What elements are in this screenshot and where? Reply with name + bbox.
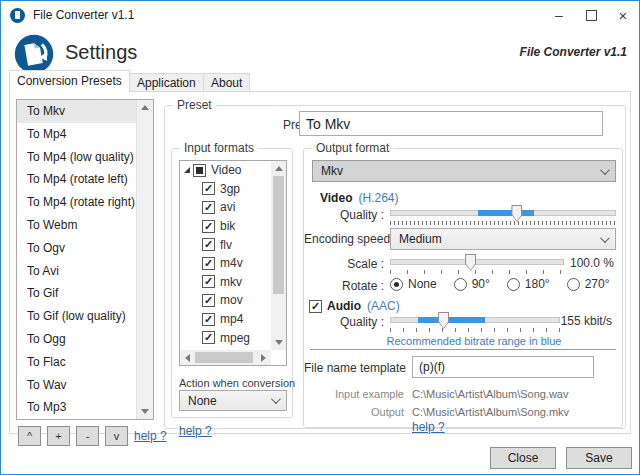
preset-list-item[interactable]: To Ogg [17,328,137,351]
tree-root-video[interactable]: Video [180,161,271,180]
preset-list-item[interactable]: To Mkv [17,100,137,123]
encoding-speed-label: Encoding speed : [304,232,384,246]
close-window-button[interactable]: × [607,1,639,29]
radio-icon [567,278,580,291]
preset-list-item[interactable]: To Mp4 (low quality) [17,146,137,169]
format-checkbox[interactable]: ✓ [202,220,215,233]
preset-list-item[interactable]: To Mp4 [17,123,137,146]
remove-preset-button[interactable]: - [76,426,99,446]
format-item-avi[interactable]: ✓avi [180,198,271,217]
format-checkbox[interactable]: ✓ [202,201,215,214]
audio-quality-slider[interactable] [390,317,560,323]
input-example-label: Input example [304,388,404,400]
action-dropdown[interactable]: None [179,390,287,411]
rotate-option-90deg[interactable]: 90° [454,277,490,291]
expander-icon[interactable] [184,167,190,173]
preset-list-item[interactable]: To Mp4 (rotate left) [17,168,137,191]
add-preset-button[interactable]: + [47,426,70,446]
presets-help-link[interactable]: help ? [134,429,167,443]
output-format-group-label: Output format [312,141,393,155]
scroll-down-icon[interactable] [137,404,153,419]
preset-list-item[interactable]: To Avi [17,260,137,283]
title-bar: File Converter v1.1 – × [1,1,639,29]
close-button[interactable]: Close [490,447,556,469]
video-quality-slider[interactable] [390,210,616,216]
scroll-up-icon[interactable] [137,100,153,115]
output-format-dropdown[interactable]: Mkv [312,160,616,182]
format-checkbox[interactable]: ✓ [202,257,215,270]
format-item-bik[interactable]: ✓bik [180,217,271,236]
preset-list-item[interactable]: To Wav [17,374,137,397]
video-codec-label: (H.264) [358,191,398,205]
video-group-checkbox[interactable] [193,164,206,177]
input-formats-group-label: Input formats [180,141,258,155]
preset-list-item[interactable]: To Mp4 (rotate right) [17,191,137,214]
tree-scroll-left-icon[interactable] [180,350,195,365]
tab-application[interactable]: Application [129,73,204,91]
tree-scroll-right-icon[interactable] [256,350,271,365]
window-title: File Converter v1.1 [33,8,134,22]
move-up-button[interactable]: ^ [18,426,41,446]
format-item-flv[interactable]: ✓flv [180,235,271,254]
tab-page-conversion-presets: To MkvTo Mp4To Mp4 (low quality)To Mp4 (… [9,91,631,434]
video-quality-thumb[interactable] [511,205,522,222]
app-icon [10,8,25,23]
maximize-button[interactable] [575,1,607,29]
tree-vscroll-thumb[interactable] [273,176,284,294]
file-naming-help-link[interactable]: help ? [412,420,445,434]
radio-icon [390,278,403,291]
preset-list-item[interactable]: To Webm [17,214,137,237]
preset-list-item[interactable]: To Mp3 [17,396,137,419]
format-item-mp4[interactable]: ✓mp4 [180,310,271,329]
scale-slider[interactable] [390,259,564,265]
tree-hscroll-thumb[interactable] [195,352,253,363]
audio-quality-value: 155 kbit/s [552,314,612,328]
save-button[interactable]: Save [566,447,632,469]
output-format-value: Mkv [321,164,343,178]
format-checkbox[interactable]: ✓ [202,313,215,326]
audio-quality-ticks [390,328,560,332]
tree-vertical-scrollbar[interactable] [271,161,286,350]
rotate-option-180deg[interactable]: 180° [507,277,550,291]
format-item-mkv[interactable]: ✓mkv [180,273,271,292]
tree-horizontal-scrollbar[interactable] [180,350,271,365]
output-example-value: C:\Music\Artist\Album\Song.mkv [412,406,569,418]
tree-scroll-down-icon[interactable] [271,335,286,350]
tab-conversion-presets[interactable]: Conversion Presets [9,70,130,92]
output-format-group: Output format Mkv Video(H.264) Quality :… [303,148,623,428]
input-formats-help-link[interactable]: help ? [179,424,212,438]
rotate-option-none[interactable]: None [390,277,437,291]
format-item-mov[interactable]: ✓mov [180,291,271,310]
action-dropdown-value: None [188,394,217,408]
format-checkbox[interactable]: ✓ [202,182,215,195]
encoding-speed-value: Medium [399,232,442,246]
radio-icon [454,278,467,291]
format-item-3gp[interactable]: ✓3gp [180,180,271,199]
format-checkbox[interactable]: ✓ [202,331,215,344]
format-checkbox[interactable]: ✓ [202,275,215,288]
preset-list-item[interactable]: To Ogv [17,237,137,260]
radio-icon [507,278,520,291]
rotate-option-270deg[interactable]: 270° [567,277,610,291]
tab-about[interactable]: About [203,73,250,91]
format-checkbox[interactable]: ✓ [202,238,215,251]
minimize-button[interactable]: – [543,1,575,29]
preset-list-item[interactable]: To Flac [17,351,137,374]
audio-enabled-checkbox[interactable]: ✓ [309,300,322,313]
preset-list-item[interactable]: To Gif (low quality) [17,305,137,328]
audio-quality-label: Quality : [304,315,384,329]
preset-name-input[interactable]: To Mkv [299,111,603,136]
audio-quality-thumb[interactable] [438,312,449,329]
preset-list-toolbar: ^+-v help ? [18,426,167,446]
encoding-speed-dropdown[interactable]: Medium [390,228,616,250]
input-example-value: C:\Music\Artist\Album\Song.wav [412,388,569,400]
tree-scroll-up-icon[interactable] [271,161,286,176]
scale-thumb[interactable] [465,254,476,271]
format-checkbox[interactable]: ✓ [202,294,215,307]
format-item-mpeg[interactable]: ✓mpeg [180,328,271,347]
file-name-template-input[interactable]: (p)(f) [412,356,594,378]
preset-list-item[interactable]: To Gif [17,282,137,305]
preset-list-scrollbar[interactable] [136,100,153,419]
move-down-button[interactable]: v [105,426,128,446]
format-item-m4v[interactable]: ✓m4v [180,254,271,273]
